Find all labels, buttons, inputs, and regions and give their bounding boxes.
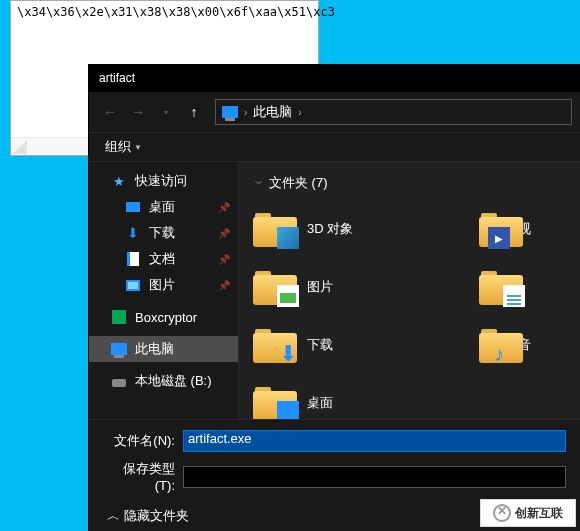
folder-icon: ♪ (479, 327, 508, 363)
sidebar-boxcryptor[interactable]: Boxcryptor (89, 304, 238, 330)
folder-icon (253, 211, 297, 247)
chevron-down-icon: ▼ (134, 143, 142, 152)
sidebar-pictures[interactable]: 图片 📌 (89, 272, 238, 298)
folder-icon (479, 269, 523, 305)
sidebar-downloads[interactable]: ⬇ 下载 📌 (89, 220, 238, 246)
chevron-down-icon: ﹀ (255, 178, 263, 189)
sidebar-desktop[interactable]: 桌面 📌 (89, 194, 238, 220)
resize-grip[interactable] (13, 140, 27, 154)
titlebar[interactable]: artifact (89, 64, 580, 92)
folder-videos[interactable]: 视 (475, 202, 535, 256)
video-icon (488, 227, 510, 249)
star-icon: ★ (111, 173, 127, 189)
folder-grid: 3D 对象 视 图片 ⬇ 下载 ♪ (249, 202, 570, 419)
pin-icon: 📌 (218, 254, 230, 265)
folder-music[interactable]: ♪ 音 (475, 318, 535, 372)
filetype-label: 保存类型(T): (103, 460, 175, 493)
pin-icon: 📌 (218, 280, 230, 291)
sidebar-this-pc[interactable]: 此电脑 (89, 336, 238, 362)
folder-3d-objects[interactable]: 3D 对象 (249, 202, 459, 256)
sidebar-documents[interactable]: 文档 📌 (89, 246, 238, 272)
recent-button[interactable]: ▾ (153, 99, 179, 125)
folder-icon (479, 211, 508, 247)
nav-row: ← → ▾ ↑ › 此电脑 › (89, 92, 580, 132)
desktop-icon (277, 401, 299, 419)
filename-input[interactable]: artifact.exe (183, 430, 566, 452)
download-icon: ⬇ (125, 225, 141, 241)
breadcrumb-root[interactable]: 此电脑 (253, 103, 292, 121)
boxcryptor-icon (112, 310, 126, 324)
chevron-right-icon: › (244, 107, 247, 118)
download-icon: ⬇ (277, 343, 299, 365)
chevron-right-icon: › (298, 107, 301, 118)
music-icon: ♪ (488, 343, 510, 365)
pin-icon: 📌 (218, 228, 230, 239)
watermark-icon (493, 504, 511, 522)
folder-pictures[interactable]: 图片 (249, 260, 459, 314)
back-button[interactable]: ← (97, 99, 123, 125)
folder-group-header[interactable]: ﹀ 文件夹 (7) (249, 168, 570, 202)
picture-icon (277, 285, 299, 307)
disk-icon (112, 379, 126, 387)
save-dialog: artifact ← → ▾ ↑ › 此电脑 › 组织 ▼ ★ 快速访问 桌面 (88, 64, 580, 531)
sidebar-quick-access[interactable]: ★ 快速访问 (89, 168, 238, 194)
document-icon (503, 285, 525, 307)
pictures-icon (126, 280, 140, 291)
watermark: 创新互联 (480, 499, 576, 527)
pc-icon (111, 343, 127, 355)
document-icon (127, 252, 139, 266)
forward-button[interactable]: → (125, 99, 151, 125)
folder-downloads[interactable]: ⬇ 下载 (249, 318, 459, 372)
dialog-body: ★ 快速访问 桌面 📌 ⬇ 下载 📌 文档 📌 图片 📌 (89, 162, 580, 419)
sidebar-local-disk[interactable]: 本地磁盘 (B:) (89, 368, 238, 394)
toolbar: 组织 ▼ (89, 132, 580, 162)
folder-desktop[interactable]: 桌面 (249, 376, 459, 419)
folder-icon (253, 269, 297, 305)
cube-icon (277, 227, 299, 249)
pin-icon: 📌 (218, 202, 230, 213)
folder-documents[interactable] (475, 260, 535, 314)
address-bar[interactable]: › 此电脑 › (215, 99, 572, 125)
window-title: artifact (99, 71, 135, 85)
chevron-up-icon: ︿ (107, 507, 120, 525)
folder-icon: ⬇ (253, 327, 297, 363)
sidebar: ★ 快速访问 桌面 📌 ⬇ 下载 📌 文档 📌 图片 📌 (89, 162, 239, 419)
folder-icon (253, 385, 297, 419)
content-pane[interactable]: ﹀ 文件夹 (7) 3D 对象 视 图片 (239, 162, 580, 419)
filename-label: 文件名(N): (103, 432, 175, 450)
up-button[interactable]: ↑ (181, 99, 207, 125)
organize-menu[interactable]: 组织 ▼ (99, 136, 148, 158)
pc-icon (222, 106, 238, 118)
filetype-select[interactable] (183, 466, 566, 488)
desktop-icon (126, 202, 140, 212)
